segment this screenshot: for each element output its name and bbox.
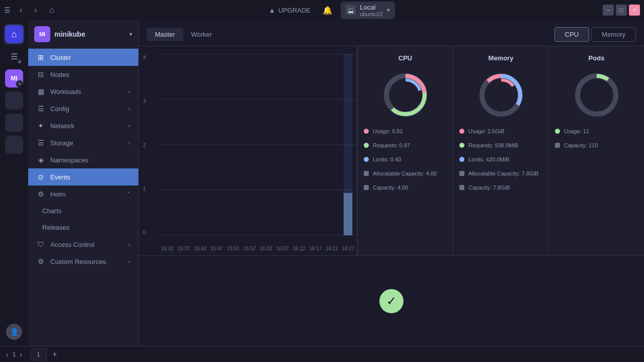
memory-donut-svg xyxy=(476,70,526,120)
sidebar-item-label-network: Network xyxy=(50,122,74,130)
user-avatar: 👤 xyxy=(6,324,22,340)
y-label-1: 1 xyxy=(143,186,146,192)
pods-usage-stat: Usage: 11 xyxy=(555,128,638,134)
cpu-allocatable-label: Allocatable Capacity: 4.00 xyxy=(373,170,437,176)
rail-item-cluster[interactable]: MI ⚙ xyxy=(4,68,24,88)
memory-limits-dot xyxy=(459,157,464,162)
prev-tab-button[interactable]: ‹ xyxy=(4,349,11,359)
main-content: ⌂ ☰ ⚙ MI ⚙ 👤 MI minikube ▾ ⊞ xyxy=(0,20,644,346)
rail-item-home[interactable]: ⌂ xyxy=(4,24,24,44)
usage-dot xyxy=(364,129,369,134)
sidebar-item-config[interactable]: ☰ Config › xyxy=(28,100,138,117)
sidebar-item-nodes[interactable]: ⊟ Nodes xyxy=(28,66,138,83)
rail-item-user[interactable]: 👤 xyxy=(4,322,24,342)
x-label-2: 15:42 xyxy=(194,246,206,251)
sidebar-item-helm[interactable]: ⚙ Helm ˄ xyxy=(28,186,138,203)
cluster-selector[interactable]: 💻 Local ubuntu22 ▾ xyxy=(341,2,395,19)
x-label-4: 15:52 xyxy=(227,246,239,251)
config-icon: ☰ xyxy=(36,105,45,113)
pods-usage-dot xyxy=(555,129,560,134)
sidebar-item-label-access-control: Access Control xyxy=(50,241,94,248)
namespaces-icon: ◈ xyxy=(36,156,45,164)
add-tab-button[interactable]: + xyxy=(49,348,61,360)
memory-usage-dot xyxy=(459,129,464,134)
rail-item-list[interactable]: ☰ ⚙ xyxy=(4,46,24,66)
tab-worker[interactable]: Worker xyxy=(183,28,220,41)
sidebar-header: MI minikube ▾ xyxy=(28,20,138,49)
memory-limits-stat: Limits: 420.0MiB xyxy=(459,156,542,162)
menu-icon[interactable]: ☰ xyxy=(4,6,11,14)
custom-resources-chevron: › xyxy=(128,258,130,264)
svg-rect-6 xyxy=(344,193,352,235)
success-icon: ✓ xyxy=(379,289,404,313)
pods-usage-label: Usage: 11 xyxy=(564,128,589,134)
metric-tab-memory[interactable]: Memory xyxy=(591,27,636,42)
next-tab-button[interactable]: › xyxy=(18,349,24,359)
pods-capacity-label: Capacity: 110 xyxy=(564,142,598,148)
upgrade-button[interactable]: ▲ UPGRADE xyxy=(265,5,314,16)
nodes-icon: ⊟ xyxy=(36,70,45,78)
cpu-limits-stat: Limits: 0.40 xyxy=(364,156,447,162)
sidebar-item-storage[interactable]: ☰ Storage › xyxy=(28,134,138,151)
sidebar-item-label-releases: Releases xyxy=(42,224,69,231)
x-label-1: 15:37 xyxy=(178,246,190,251)
home-icon: ⌂ xyxy=(5,25,23,43)
y-label-0: 0 xyxy=(143,229,146,235)
memory-allocatable-label: Allocatable Capacity: 7.8GiB xyxy=(468,170,538,176)
sidebar-item-network[interactable]: ✦ Network › xyxy=(28,117,138,134)
pods-capacity-dot xyxy=(555,143,560,148)
sidebar-item-charts[interactable]: Charts xyxy=(28,203,138,219)
maximize-button[interactable]: □ xyxy=(616,5,627,16)
metric-tab-cpu[interactable]: CPU xyxy=(554,27,589,42)
home-button[interactable]: ⌂ xyxy=(46,5,57,16)
cpu-capacity-label: Capacity: 4.00 xyxy=(373,185,408,191)
x-label-10: 16:22 xyxy=(326,246,338,251)
sidebar-item-cluster[interactable]: ⊞ Cluster xyxy=(28,49,138,66)
x-label-8: 16:12 xyxy=(293,246,305,251)
back-button[interactable]: ‹ xyxy=(17,5,25,16)
line-chart-svg xyxy=(159,54,357,235)
requests-dot xyxy=(364,143,369,148)
cpu-requests-stat: Requests: 0.97 xyxy=(364,142,447,148)
sidebar-cluster-chevron: ▾ xyxy=(129,31,132,38)
sidebar-item-namespaces[interactable]: ◈ Namespaces xyxy=(28,151,138,168)
cpu-donut-svg xyxy=(380,70,431,120)
pods-capacity-stat: Capacity: 110 xyxy=(555,142,638,148)
network-chevron: › xyxy=(128,123,130,129)
rail-item-empty2 xyxy=(4,113,24,133)
workloads-icon: ▦ xyxy=(36,87,45,96)
rail-item-empty1 xyxy=(4,90,24,111)
sidebar-item-events[interactable]: ⊙ Events xyxy=(28,168,138,186)
memory-allocatable-stat: Allocatable Capacity: 7.8GiB xyxy=(459,170,542,176)
cpu-capacity-stat: Capacity: 4.00 xyxy=(364,185,447,191)
close-button[interactable]: ✕ xyxy=(629,5,640,16)
forward-button[interactable]: › xyxy=(31,5,40,16)
notifications-button[interactable]: 🔔 xyxy=(318,4,337,17)
tab-master[interactable]: Master xyxy=(147,28,183,41)
custom-resources-icon: ⚙ xyxy=(36,257,45,265)
sidebar-item-releases[interactable]: Releases xyxy=(28,219,138,236)
sidebar-item-workloads[interactable]: ▦ Workloads › xyxy=(28,83,138,100)
bottom-tab-1[interactable]: 1 xyxy=(30,348,47,360)
memory-capacity-dot xyxy=(459,185,464,190)
cluster-icon: 💻 xyxy=(346,5,356,15)
cluster-name: Local xyxy=(360,4,383,11)
cpu-stats-title: CPU xyxy=(364,54,447,62)
x-label-3: 15:47 xyxy=(210,246,223,251)
titlebar-center: ▲ UPGRADE 🔔 💻 Local ubuntu22 ▾ xyxy=(265,2,395,19)
events-icon: ⊙ xyxy=(36,173,45,181)
memory-usage-label: Usage: 2.5GiB xyxy=(468,128,505,134)
pods-stats-panel: Pods Usage: 11 Capacity: 110 xyxy=(548,46,644,255)
sidebar-item-custom-resources[interactable]: ⚙ Custom Resources › xyxy=(28,253,138,270)
sidebar-item-label-helm: Helm xyxy=(50,191,65,198)
cpu-usage-label: Usage: 0.92 xyxy=(373,128,403,134)
main-area: Master Worker CPU Memory 4 3 2 1 0 xyxy=(139,20,644,346)
cluster-icon: ⊞ xyxy=(36,53,45,61)
svg-point-18 xyxy=(578,76,616,114)
minimize-button[interactable]: − xyxy=(603,5,614,16)
x-label-0: 15:32 xyxy=(161,246,174,251)
empty-slot-2 xyxy=(5,114,23,132)
svg-point-11 xyxy=(390,80,421,110)
cpu-donut-container xyxy=(364,70,447,120)
sidebar-item-access-control[interactable]: 🛡 Access Control › xyxy=(28,236,138,253)
